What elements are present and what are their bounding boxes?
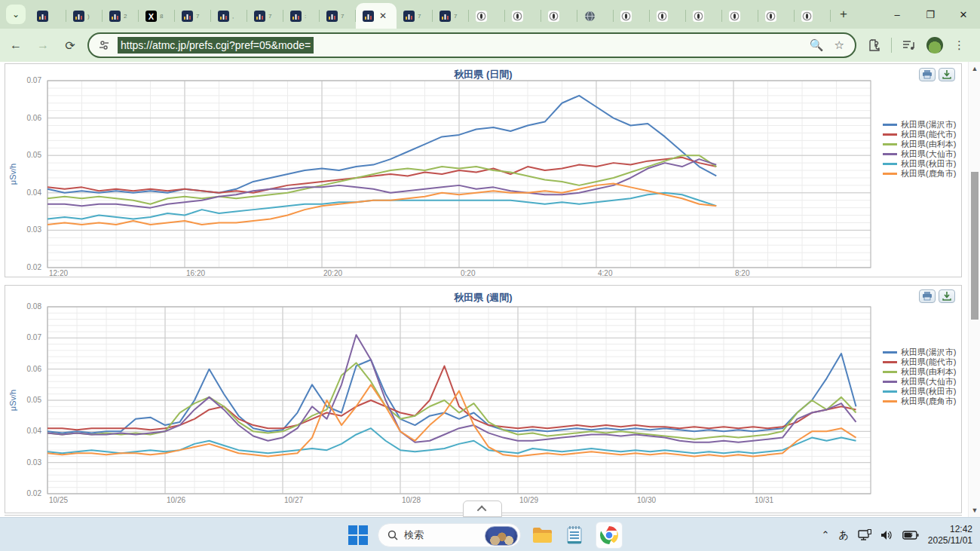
svg-text:10/25: 10/25 bbox=[49, 496, 68, 504]
tab-title-fragment: 2 bbox=[124, 13, 127, 20]
tab[interactable]: ) bbox=[66, 3, 103, 29]
tab-title-fragment: , bbox=[232, 13, 234, 20]
tray-clock[interactable]: 12:42 2025/11/01 bbox=[928, 524, 972, 546]
tab[interactable] bbox=[30, 3, 66, 29]
tab[interactable] bbox=[686, 3, 722, 29]
legend-swatch bbox=[883, 143, 897, 145]
tab[interactable]: 2 bbox=[103, 3, 139, 29]
speaker-icon[interactable] bbox=[880, 530, 893, 540]
site-settings-icon[interactable] bbox=[98, 39, 110, 51]
tab[interactable]: X8 bbox=[139, 3, 175, 29]
tab[interactable] bbox=[758, 3, 795, 29]
notepad-icon[interactable] bbox=[563, 524, 586, 546]
svg-text:0.02: 0.02 bbox=[27, 263, 42, 271]
tray-chevron-up[interactable]: ⌃ bbox=[822, 529, 830, 540]
tab-title-fragment: : bbox=[305, 13, 306, 20]
tab[interactable] bbox=[650, 3, 686, 29]
circle-favicon bbox=[765, 11, 776, 22]
tab[interactable]: 7 bbox=[175, 3, 211, 29]
svg-text:10/28: 10/28 bbox=[402, 496, 421, 504]
tab[interactable] bbox=[469, 3, 505, 29]
forward-button[interactable]: → bbox=[32, 34, 54, 57]
circle-favicon bbox=[729, 11, 740, 22]
circle-favicon bbox=[548, 11, 559, 22]
back-to-top-button[interactable] bbox=[463, 500, 502, 517]
tab-strip: ⌄ )2X87,7:7✕77 + – ❐ ✕ bbox=[0, 0, 980, 29]
taskbar-search-box[interactable]: 検索 bbox=[378, 523, 521, 547]
tab[interactable]: , bbox=[211, 3, 247, 29]
chart-favicon bbox=[326, 11, 338, 22]
network-icon[interactable] bbox=[858, 529, 871, 541]
tab-active[interactable]: ✕ bbox=[356, 3, 397, 29]
address-bar[interactable]: https://atmc.jp/prefs.cgi?pref=05&mode= … bbox=[87, 32, 856, 58]
battery-icon[interactable] bbox=[902, 531, 919, 540]
tab[interactable] bbox=[795, 3, 831, 29]
file-explorer-icon[interactable] bbox=[531, 524, 553, 546]
search-placeholder: 検索 bbox=[404, 528, 424, 542]
url-input[interactable]: https://atmc.jp/prefs.cgi?pref=05&mode= bbox=[118, 37, 314, 54]
minimize-button[interactable]: – bbox=[880, 0, 914, 29]
reload-button[interactable]: ⟳ bbox=[59, 34, 81, 57]
tab-title-fragment: ) bbox=[87, 13, 90, 20]
scroll-up-arrow[interactable]: ▲ bbox=[969, 63, 980, 74]
svg-text:12:20: 12:20 bbox=[49, 269, 68, 277]
svg-text:X: X bbox=[149, 11, 155, 20]
svg-text:10/26: 10/26 bbox=[167, 496, 185, 504]
x-favicon: X bbox=[145, 11, 157, 22]
tab[interactable]: 7 bbox=[397, 3, 433, 29]
new-tab-button[interactable]: + bbox=[834, 5, 853, 24]
tab[interactable]: : bbox=[283, 3, 320, 29]
tab-search-button[interactable]: ⌄ bbox=[6, 5, 26, 24]
svg-text:20:20: 20:20 bbox=[323, 269, 342, 277]
windows-taskbar: 検索 bbox=[0, 517, 980, 551]
tab[interactable] bbox=[614, 3, 650, 29]
legend-swatch bbox=[883, 163, 897, 165]
circle-favicon bbox=[476, 11, 487, 22]
tab[interactable]: 7 bbox=[433, 3, 469, 29]
chart-favicon bbox=[403, 11, 415, 22]
page-scrollbar[interactable]: ▲ ▼ bbox=[968, 62, 980, 517]
back-button[interactable]: ← bbox=[5, 34, 27, 57]
scrollbar-thumb[interactable] bbox=[971, 172, 978, 320]
close-button[interactable]: ✕ bbox=[947, 0, 980, 29]
tab-close-icon[interactable]: ✕ bbox=[379, 11, 387, 21]
chart-favicon bbox=[439, 11, 451, 22]
tab[interactable]: 7 bbox=[247, 3, 283, 29]
tabs-container: )2X87,7:7✕77 bbox=[30, 0, 831, 29]
tab[interactable] bbox=[577, 3, 614, 29]
bookmark-star-icon[interactable]: ☆ bbox=[835, 38, 844, 52]
tab-title-fragment: 7 bbox=[196, 13, 199, 20]
start-button[interactable] bbox=[348, 525, 368, 545]
svg-text:0.05: 0.05 bbox=[27, 151, 42, 159]
profile-avatar[interactable] bbox=[926, 37, 943, 54]
legend-swatch bbox=[883, 390, 897, 393]
tab[interactable] bbox=[505, 3, 541, 29]
svg-text:8:20: 8:20 bbox=[735, 269, 750, 277]
zoom-icon[interactable]: 🔍 bbox=[810, 38, 824, 52]
tab[interactable] bbox=[722, 3, 758, 29]
svg-text:0.05: 0.05 bbox=[27, 396, 42, 404]
maximize-button[interactable]: ❐ bbox=[914, 0, 947, 29]
svg-text:0.06: 0.06 bbox=[27, 114, 42, 122]
extensions-puzzle-icon[interactable] bbox=[867, 38, 880, 52]
side-panel-icon[interactable] bbox=[902, 39, 916, 51]
svg-text:0:20: 0:20 bbox=[461, 269, 476, 277]
ime-indicator[interactable]: あ bbox=[839, 528, 849, 542]
legend-swatch bbox=[883, 124, 897, 126]
browser-toolbar: ← → ⟳ https://atmc.jp/prefs.cgi?pref=05&… bbox=[0, 29, 980, 62]
svg-text:0.03: 0.03 bbox=[27, 458, 42, 467]
tab[interactable]: 7 bbox=[320, 3, 356, 29]
svg-text:0.02: 0.02 bbox=[27, 489, 42, 497]
menu-kebab-icon[interactable]: ⋮ bbox=[954, 38, 965, 52]
tab[interactable] bbox=[541, 3, 577, 29]
svg-text:0.08: 0.08 bbox=[27, 302, 42, 311]
y-axis-label: μSv/h bbox=[8, 390, 17, 411]
chart-favicon bbox=[290, 11, 302, 22]
tray-time: 12:42 bbox=[928, 524, 972, 535]
legend-item: 秋田県(鹿角市) bbox=[883, 396, 956, 406]
weekly-chart-panel: 秋田県 (週間) 0.020.030.040.050.060.070. bbox=[5, 285, 962, 513]
chrome-icon[interactable] bbox=[596, 522, 623, 549]
chevron-up-icon bbox=[476, 505, 486, 515]
scroll-down-arrow[interactable]: ▼ bbox=[969, 505, 980, 516]
search-highlight-image[interactable] bbox=[485, 526, 518, 546]
